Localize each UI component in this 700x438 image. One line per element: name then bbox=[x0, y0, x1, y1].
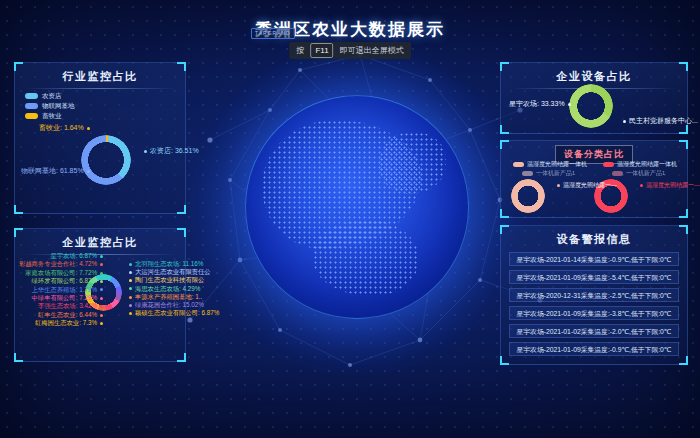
label-text: 农资店: 36.51% bbox=[150, 147, 199, 155]
label-text: 家庭农场有限公司: 7.72% bbox=[25, 270, 97, 277]
label-dot bbox=[129, 279, 132, 282]
legend-item[interactable]: 一体机新产品1 bbox=[612, 170, 677, 177]
legend-item[interactable]: 物联网基地 bbox=[25, 101, 75, 111]
globe-map-dots bbox=[313, 220, 420, 295]
industry-donut-chart[interactable] bbox=[81, 135, 131, 185]
chart-label: 上华生态养殖场: 1.72% bbox=[32, 287, 103, 294]
label-dot bbox=[568, 103, 571, 106]
chart-label: 红梅园生态农业: 7.3% bbox=[35, 320, 103, 327]
logo: TARGRAND bbox=[251, 28, 295, 39]
alarm-row[interactable]: 星宇农场-2021-01-09采集温度:-5.4℃,低于下限:0℃ bbox=[509, 270, 679, 284]
chart-label: 畜牧业: 1.64% bbox=[39, 124, 90, 132]
label-dot bbox=[87, 127, 90, 130]
industry-legend: 农资店 物联网基地 畜牧业 bbox=[25, 91, 75, 121]
chart-label: 绿环发有限公司: 6.87% bbox=[32, 278, 103, 285]
classification-legend-right: 温湿度光照结露一体机 一体机新产品1 bbox=[603, 161, 677, 177]
legend-label: 温湿度光照结露一体机 bbox=[617, 161, 677, 168]
legend-swatch bbox=[612, 171, 623, 176]
label-dot bbox=[100, 255, 103, 258]
label-dot bbox=[129, 296, 132, 299]
alarm-row[interactable]: 星宇农场-2021-01-09采集温度:-3.8℃,低于下限:0℃ bbox=[509, 306, 679, 320]
label-text: 温湿度光照结露一— bbox=[563, 181, 617, 189]
legend-label: 一体机新产品1 bbox=[626, 170, 665, 177]
divider bbox=[25, 88, 175, 89]
chart-label: 物联网基地: 61.85% bbox=[21, 167, 90, 175]
equipment-donut-chart[interactable] bbox=[569, 84, 613, 128]
classification-donut-left[interactable] bbox=[511, 179, 545, 213]
legend-label: 农资店 bbox=[42, 92, 62, 101]
panel-industry-monitoring: 行业监控占比 农资店 物联网基地 畜牧业 bbox=[14, 62, 186, 214]
chart-label: 陶门生态农业科技有限公 bbox=[129, 277, 204, 284]
legend-item[interactable]: 农资店 bbox=[25, 91, 75, 101]
chart-label: 大运河生态农业有限责任公 bbox=[129, 269, 211, 276]
legend-item[interactable]: 温湿度光照结露一体机 bbox=[513, 161, 587, 168]
legend-label: 畜牧业 bbox=[42, 112, 62, 121]
legend-swatch bbox=[522, 171, 533, 176]
panel-device-classification: 设备分类占比 温湿度光照结露一体机 一体机新产品1 温湿度光照结露一体机 bbox=[500, 140, 688, 218]
chart-label: 星宇农场: 6.87% bbox=[50, 253, 103, 260]
legend-item[interactable]: 温湿度光照结露一体机 bbox=[603, 161, 677, 168]
label-dot bbox=[144, 150, 147, 153]
label-text: 海思农生态农场: 4.29% bbox=[135, 286, 200, 293]
label-text: 绿康花园合作社: 15.02% bbox=[135, 302, 204, 309]
label-dot bbox=[129, 263, 132, 266]
chart-label: 绿康花园合作社: 15.02% bbox=[129, 302, 204, 309]
enterprise-labels-left: 星宇农场: 6.87% 彩越商务专业合作社: 4.72% 家庭农场有限公司: 7… bbox=[19, 253, 103, 327]
label-dot bbox=[640, 184, 643, 187]
legend-label: 物联网基地 bbox=[42, 102, 75, 111]
chart-label: 农资店: 36.51% bbox=[144, 147, 199, 155]
classification-legend-left: 温湿度光照结露一体机 一体机新产品1 bbox=[513, 161, 587, 177]
label-dot bbox=[100, 263, 103, 266]
fullscreen-tip: 按 F11 即可退出全屏模式 bbox=[289, 42, 411, 59]
panel-enterprise-monitoring: 企业监控占比 星宇农场: 6.87% 彩越商务专业合作社: 4.72% 家庭农场… bbox=[14, 228, 186, 362]
chart-label: 中绿丰有限公司: 7.29% bbox=[32, 295, 103, 302]
panel-title: 企业监控占比 bbox=[15, 229, 185, 250]
chart-label: 民主村党群服务中心... bbox=[623, 117, 698, 125]
legend-swatch bbox=[25, 113, 38, 119]
panel-title: 企业设备占比 bbox=[501, 63, 687, 84]
label-dot bbox=[87, 170, 90, 173]
label-dot bbox=[129, 287, 132, 290]
globe-map-dots bbox=[379, 132, 446, 194]
label-dot bbox=[557, 184, 560, 187]
legend-label: 温湿度光照结露一体机 bbox=[527, 161, 587, 168]
alarm-row[interactable]: 星宇农场-2021-01-09采集温度:-0.9℃,低于下限:0℃ bbox=[509, 342, 679, 356]
label-text: 上华生态养殖场: 1.72% bbox=[32, 287, 97, 294]
panel-equipment-ratio: 企业设备占比 星宇农场: 33.33% 民主村党群服务中心... bbox=[500, 62, 688, 134]
chart-label: 家庭农场有限公司: 7.72% bbox=[25, 270, 103, 277]
chart-label: 李强生态农场: 3.42% bbox=[38, 303, 103, 310]
f11-key: F11 bbox=[310, 43, 333, 58]
chart-label: 颖硕生态农业有限公司: 6.87% bbox=[129, 310, 219, 317]
label-text: 彩越商务专业合作社: 4.72% bbox=[19, 261, 97, 268]
label-dot bbox=[100, 288, 103, 291]
legend-swatch bbox=[603, 162, 614, 167]
header: TARGRAND 秀洲区农业大数据展示 bbox=[0, 18, 700, 41]
alarm-row[interactable]: 星宇农场-2021-01-02采集温度:-2.0℃,低于下限:0℃ bbox=[509, 324, 679, 338]
alarm-row[interactable]: 星宇农场-2020-12-31采集温度:-2.5℃,低于下限:0℃ bbox=[509, 288, 679, 302]
enterprise-labels-right: 北羽翔生态农场: 11.16% 大运河生态农业有限责任公 陶门生态农业科技有限公… bbox=[129, 261, 221, 317]
legend-swatch bbox=[25, 103, 38, 109]
chart-label: 温湿度光照结露一— bbox=[640, 181, 700, 189]
label-dot bbox=[100, 322, 103, 325]
label-text: 丰源水产养殖园基地: 1.. bbox=[135, 294, 202, 301]
chart-label: 星宇农场: 33.33% bbox=[509, 100, 571, 108]
label-dot bbox=[129, 304, 132, 307]
label-text: 中绿丰有限公司: 7.29% bbox=[32, 295, 97, 302]
label-text: 北羽翔生态农场: 11.16% bbox=[135, 261, 203, 268]
chart-label: 温湿度光照结露一— bbox=[557, 181, 617, 189]
alarm-list: 星宇农场-2021-01-14采集温度:-0.9℃,低于下限:0℃ 星宇农场-2… bbox=[509, 252, 679, 356]
label-text: 陶门生态农业科技有限公 bbox=[135, 277, 204, 284]
tip-suffix: 即可退出全屏模式 bbox=[340, 46, 404, 55]
legend-item[interactable]: 一体机新产品1 bbox=[522, 170, 587, 177]
legend-swatch bbox=[513, 162, 524, 167]
label-text: 红梅园生态农业: 7.3% bbox=[35, 320, 97, 327]
panel-title: 设备警报信息 bbox=[501, 226, 687, 247]
label-text: 畜牧业: 1.64% bbox=[39, 124, 84, 132]
alarm-row[interactable]: 星宇农场-2021-01-14采集温度:-0.9℃,低于下限:0℃ bbox=[509, 252, 679, 266]
chart-label: 红丰生态农业: 6.44% bbox=[38, 312, 103, 319]
label-dot bbox=[623, 120, 626, 123]
chart-label: 海思农生态农场: 4.29% bbox=[129, 286, 200, 293]
legend-item[interactable]: 畜牧业 bbox=[25, 111, 75, 121]
chart-label: 北羽翔生态农场: 11.16% bbox=[129, 261, 203, 268]
label-dot bbox=[100, 280, 103, 283]
